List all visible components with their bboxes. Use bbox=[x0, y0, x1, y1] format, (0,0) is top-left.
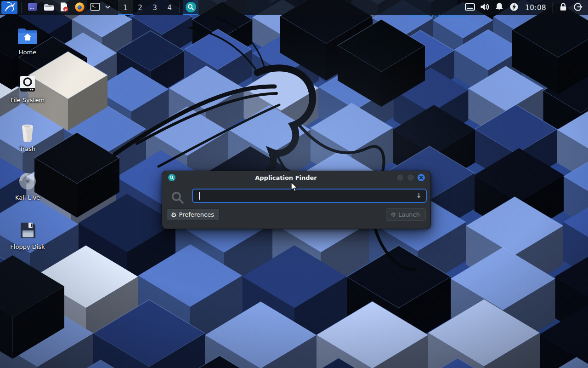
launch-button[interactable]: ⚙ Launch bbox=[386, 208, 426, 221]
search-input-container: ↓ bbox=[192, 189, 427, 203]
workspace-1[interactable]: 1 bbox=[118, 0, 133, 15]
launcher-firefox[interactable] bbox=[72, 0, 87, 15]
application-finder-window: Application Finder bbox=[162, 171, 431, 229]
home-folder-icon bbox=[6, 25, 50, 47]
close-icon bbox=[419, 176, 423, 179]
launcher-qterminal[interactable] bbox=[25, 0, 40, 15]
desktop-icon-label: Kali Live bbox=[6, 194, 50, 201]
search-input[interactable] bbox=[198, 190, 409, 201]
notifications-tray-button[interactable] bbox=[492, 0, 507, 15]
desktop: $_ 1 2 3 4 bbox=[0, 0, 588, 368]
launcher-dropdown-arrow[interactable] bbox=[103, 0, 112, 15]
display-icon bbox=[464, 2, 475, 13]
workspace-4[interactable]: 4 bbox=[162, 0, 177, 15]
document-edit-icon bbox=[58, 1, 69, 14]
lock-icon bbox=[558, 2, 568, 13]
gear-icon: ⚙ bbox=[171, 212, 177, 218]
volume-icon bbox=[480, 2, 490, 13]
workspace-4-label: 4 bbox=[167, 4, 172, 12]
trash-can-icon bbox=[6, 121, 50, 144]
window-buttons bbox=[396, 174, 425, 181]
desktop-icon-label: Home bbox=[6, 49, 50, 56]
panel-separator bbox=[180, 2, 180, 13]
applications-menu-button[interactable] bbox=[1, 1, 17, 14]
panel-separator bbox=[553, 2, 553, 13]
folder-icon bbox=[43, 1, 54, 14]
app-finder-icon bbox=[185, 1, 197, 14]
volume-tray-button[interactable] bbox=[477, 0, 492, 15]
kali-dragon-icon bbox=[4, 1, 16, 14]
floppy-disk-icon bbox=[6, 219, 50, 242]
system-run-icon: ⚙ bbox=[390, 212, 396, 218]
window-titlebar[interactable]: Application Finder bbox=[162, 171, 430, 184]
display-settings-tray-button[interactable] bbox=[463, 0, 477, 15]
desktop-icon-label: Trash bbox=[6, 145, 50, 152]
svg-text:$_: $_ bbox=[92, 4, 96, 8]
dropdown-arrow-icon[interactable]: ↓ bbox=[416, 191, 422, 200]
desktop-icon-kali-live[interactable]: Kali Live bbox=[6, 170, 50, 201]
maximize-button[interactable] bbox=[407, 174, 414, 181]
logout-button[interactable] bbox=[571, 0, 585, 15]
firefox-icon bbox=[74, 1, 85, 14]
workspace-2[interactable]: 2 bbox=[133, 0, 147, 15]
lock-screen-button[interactable] bbox=[556, 0, 571, 15]
minimize-button[interactable] bbox=[396, 174, 404, 181]
desktop-icon-file-system[interactable]: File System bbox=[6, 73, 50, 104]
workspace-3-label: 3 bbox=[153, 4, 157, 12]
launcher-file-manager[interactable] bbox=[40, 0, 56, 15]
power-lightning-icon bbox=[509, 2, 519, 13]
workspace-switcher: 1 2 3 4 bbox=[118, 0, 177, 15]
window-title: Application Finder bbox=[175, 174, 396, 181]
bell-icon bbox=[494, 2, 504, 13]
app-finder-panel-button[interactable] bbox=[183, 0, 198, 15]
top-panel: $_ 1 2 3 4 bbox=[0, 0, 588, 15]
panel-separator bbox=[115, 2, 115, 13]
desktop-icon-floppy-disk[interactable]: Floppy Disk bbox=[6, 219, 50, 250]
close-button[interactable] bbox=[418, 174, 425, 181]
terminal-icon: $_ bbox=[90, 1, 101, 14]
clock[interactable]: 10:08 bbox=[521, 4, 550, 12]
workspace-3[interactable]: 3 bbox=[147, 0, 162, 15]
chevron-down-icon bbox=[105, 4, 111, 12]
search-icon bbox=[170, 190, 185, 207]
text-caret bbox=[199, 192, 200, 200]
power-manager-tray-button[interactable] bbox=[507, 0, 521, 15]
dialog-button-row: ⚙ Preferences ⚙ Launch bbox=[162, 208, 430, 221]
desktop-icon-home[interactable]: Home bbox=[6, 25, 50, 56]
workspace-2-label: 2 bbox=[138, 4, 142, 12]
launch-label: Launch bbox=[398, 211, 420, 218]
workspace-1-label: 1 bbox=[123, 4, 128, 12]
app-finder-window-icon bbox=[168, 174, 175, 181]
dialog-body: ↓ ⚙ Preferences ⚙ Launch bbox=[162, 184, 430, 230]
desktop-icon-label: Floppy Disk bbox=[6, 243, 50, 250]
logout-icon bbox=[573, 2, 583, 13]
qterminal-icon bbox=[27, 1, 38, 14]
desktop-icon-trash[interactable]: Trash bbox=[6, 121, 50, 152]
hard-drive-icon bbox=[6, 73, 50, 95]
launcher-text-editor[interactable] bbox=[56, 0, 72, 15]
desktop-icon-label: File System bbox=[6, 97, 50, 104]
preferences-label: Preferences bbox=[179, 211, 214, 218]
optical-disc-icon bbox=[6, 170, 50, 192]
preferences-button[interactable]: ⚙ Preferences bbox=[167, 208, 220, 221]
panel-separator bbox=[22, 2, 22, 13]
launcher-terminal[interactable]: $_ bbox=[87, 0, 103, 15]
